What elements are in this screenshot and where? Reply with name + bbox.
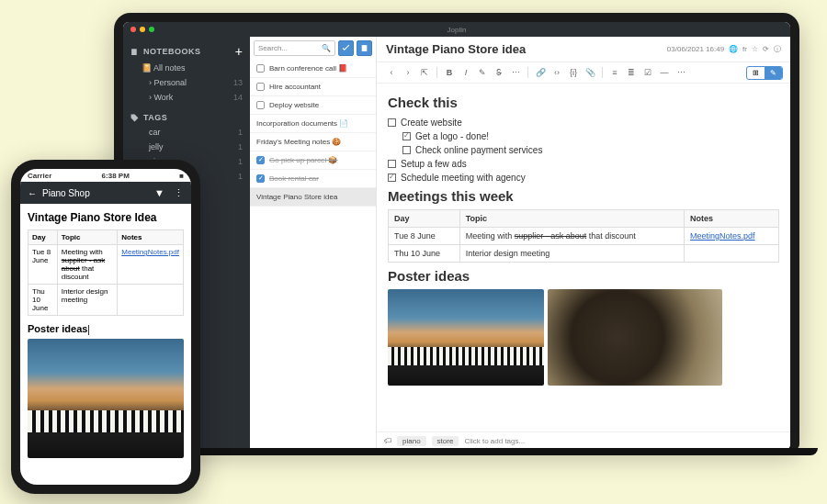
notebooks-label: NOTEBOOKS <box>143 47 201 56</box>
close-dot[interactable] <box>130 27 136 32</box>
markdown-mode[interactable]: ⊞ <box>747 67 765 79</box>
window-title: Joplin <box>447 26 467 34</box>
back-button[interactable]: ‹ <box>384 65 399 80</box>
note-title[interactable]: Vintage Piano Store idea <box>386 42 526 56</box>
tag-car[interactable]: car1 <box>123 125 250 140</box>
task-item[interactable]: Setup a few ads <box>388 157 779 171</box>
search-input[interactable]: Search...🔍 <box>254 40 335 56</box>
code-button[interactable]: ‹› <box>549 65 564 80</box>
svg-rect-0 <box>362 45 368 51</box>
task-item[interactable]: Check online payment services <box>388 143 779 157</box>
poster-image-piano <box>388 289 544 386</box>
tags-icon <box>130 114 139 122</box>
sync-icon[interactable]: ⟳ <box>763 45 769 53</box>
note-list-item[interactable]: Book rental car <box>250 170 376 188</box>
note-date: 03/06/2021 16:49 <box>667 45 724 53</box>
tag-chip[interactable]: store <box>432 436 459 446</box>
link-button[interactable]: 🔗 <box>533 65 548 80</box>
lang-label: fr <box>742 45 747 53</box>
tags-label: TAGS <box>143 113 167 122</box>
phone-title: Piano Shop <box>42 188 90 198</box>
bullet-list-button[interactable]: ≡ <box>607 65 622 80</box>
note-list-item[interactable]: Hire accountant <box>250 78 376 96</box>
desktop-screen: Joplin NOTEBOOKS + 📔 All notes › Persona… <box>123 22 790 450</box>
new-todo-button[interactable] <box>338 40 354 56</box>
window-titlebar: Joplin <box>123 22 790 37</box>
laptop-frame: Joplin NOTEBOOKS + 📔 All notes › Persona… <box>114 13 799 450</box>
bold-button[interactable]: B <box>442 65 457 80</box>
phone-heading-poster: Poster ideas <box>28 323 184 335</box>
globe-icon[interactable]: 🌐 <box>729 45 738 53</box>
task-checkbox[interactable] <box>388 118 396 127</box>
number-list-button[interactable]: ≣ <box>624 65 639 80</box>
italic-button[interactable]: I <box>459 65 473 80</box>
heading-meetings: Meetings this week <box>388 188 779 204</box>
sidebar-notebook-personal[interactable]: › Personal13 <box>123 75 250 90</box>
heading-check: Check this <box>388 95 779 110</box>
heading-poster: Poster ideas <box>388 268 779 284</box>
tag-chip[interactable]: piano <box>397 436 426 446</box>
star-icon[interactable]: ☆ <box>752 45 758 53</box>
todo-checkbox[interactable] <box>256 156 265 164</box>
note-list-item[interactable]: Barn conference call 📕 <box>250 60 376 78</box>
file-link[interactable]: MeetingNotes.pdf <box>690 231 755 241</box>
note-list-item[interactable]: Friday's Meeting notes 🍪 <box>250 133 376 151</box>
more-format-button[interactable]: ⋯ <box>508 65 523 80</box>
tag-icon: 🏷 <box>384 437 391 445</box>
task-item[interactable]: Get a logo - done! <box>388 129 779 143</box>
attach-button[interactable]: 📎 <box>583 65 597 80</box>
phone-poster-image <box>28 339 184 458</box>
meetings-table: DayTopicNotesTue 8 JuneMeeting with supp… <box>388 209 779 263</box>
phone-frame: Carrier 6:38 PM ■ ← Piano Shop ▼ ⋮ Vinta… <box>11 160 200 494</box>
task-item[interactable]: Create website <box>388 116 779 129</box>
search-icon: 🔍 <box>322 44 331 52</box>
minimize-dot[interactable] <box>140 27 145 32</box>
todo-checkbox[interactable] <box>256 174 265 183</box>
forward-button[interactable]: › <box>401 65 415 80</box>
task-checkbox[interactable] <box>402 146 411 154</box>
editor-pane: Vintage Piano Store idea 03/06/2021 16:4… <box>377 37 790 450</box>
note-list-item[interactable]: Vintage Piano Store idea <box>250 188 376 207</box>
notebooks-icon <box>130 48 139 56</box>
inline-code-button[interactable]: {i} <box>566 65 581 80</box>
task-checkbox[interactable] <box>402 132 411 140</box>
tag-jelly[interactable]: jelly1 <box>123 140 250 154</box>
battery-icon: ■ <box>179 172 184 180</box>
file-link[interactable]: MeetingNotes.pdf <box>121 248 179 256</box>
task-checkbox[interactable] <box>388 160 396 168</box>
checkbox-list-button[interactable]: ☑ <box>640 65 655 80</box>
view-toggle[interactable]: ⊞ ✎ <box>746 66 783 80</box>
todo-checkbox[interactable] <box>256 101 265 109</box>
todo-checkbox[interactable] <box>256 64 265 73</box>
note-content[interactable]: Check this Create websiteGet a logo - do… <box>377 84 790 431</box>
editor-toolbar: ‹ › ⇱ B I ✎ S̶ ⋯ 🔗 ‹› {i} 📎 ≡ ≣ ☑ — ⋯ ⊞ … <box>377 62 790 84</box>
phone-content[interactable]: Vintage Piano Store Idea DayTopicNotesTu… <box>20 204 191 485</box>
add-tags-input[interactable]: Click to add tags... <box>464 437 525 445</box>
highlight-button[interactable]: ✎ <box>475 65 490 80</box>
phone-header: ← Piano Shop ▼ ⋮ <box>20 182 191 204</box>
maximize-dot[interactable] <box>149 27 154 32</box>
hr-button[interactable]: — <box>657 65 672 80</box>
add-notebook-button[interactable]: + <box>235 45 243 58</box>
strike-button[interactable]: S̶ <box>492 65 506 80</box>
todo-checkbox[interactable] <box>256 83 265 91</box>
note-list-item[interactable]: Incorporation documents 📄 <box>250 115 376 133</box>
task-item[interactable]: Schedule meeting with agency <box>388 171 779 185</box>
more-button[interactable]: ⋯ <box>674 65 688 80</box>
poster-image-turntable <box>548 289 722 386</box>
phone-status-bar: Carrier 6:38 PM ■ <box>20 169 191 182</box>
info-icon[interactable]: ⓘ <box>774 44 781 54</box>
richtext-mode[interactable]: ✎ <box>765 67 782 79</box>
note-list: Search...🔍 Barn conference call 📕Hire ac… <box>250 37 377 450</box>
filter-icon[interactable]: ▼ <box>154 187 164 198</box>
task-checkbox[interactable] <box>388 174 396 182</box>
menu-icon[interactable]: ⋮ <box>174 187 184 199</box>
all-notes-item[interactable]: 📔 All notes <box>123 61 250 75</box>
sidebar-notebook-work[interactable]: › Work14 <box>123 90 250 105</box>
external-link-icon[interactable]: ⇱ <box>417 65 432 80</box>
phone-table: DayTopicNotesTue 8 JuneMeeting with supp… <box>28 230 184 316</box>
new-note-button[interactable] <box>357 40 372 56</box>
note-list-item[interactable]: Deploy website <box>250 96 376 115</box>
back-arrow-icon[interactable]: ← <box>28 188 37 198</box>
note-list-item[interactable]: Go pick up parcel 📦 <box>250 151 376 170</box>
